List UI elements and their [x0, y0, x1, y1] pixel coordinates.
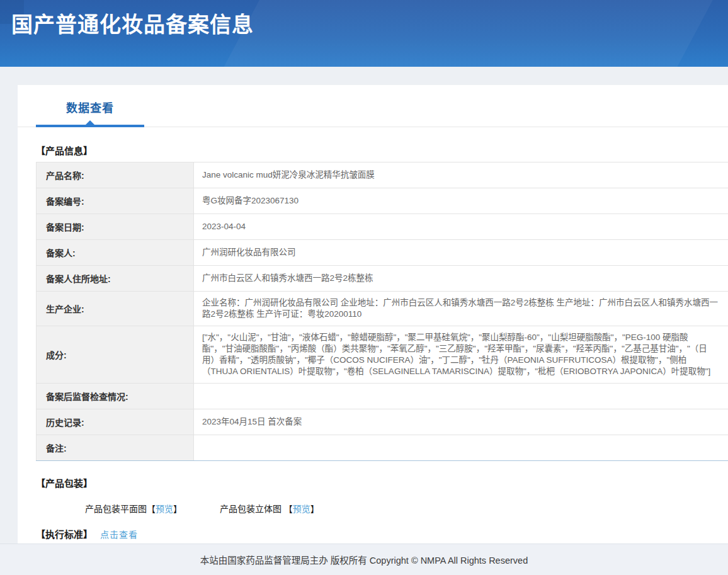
- table-row: 备案人: 广州润研化妆品有限公司: [37, 240, 728, 266]
- table-row: 备案编号: 粤G妆网备字2023067130: [37, 188, 728, 214]
- page-title: 国产普通化妆品备案信息: [11, 8, 254, 38]
- row-value-record-date: 2023-04-04: [194, 214, 728, 240]
- row-value-product-name: Jane volcanic mud妍泥冷泉冰泥精华抗皱面膜: [194, 162, 728, 188]
- row-label-history: 历史记录:: [37, 409, 194, 435]
- row-value-record-number: 粤G妆网备字2023067130: [194, 188, 728, 214]
- section-product-info-title: 【产品信息】: [36, 144, 728, 157]
- row-label-record-date: 备案日期:: [37, 214, 194, 240]
- page-header: 国产普通化妆品备案信息: [0, 0, 728, 67]
- copyright-text: 本站由国家药品监督管理局主办 版权所有 Copyright © NMPA All…: [200, 553, 528, 566]
- tab-active-underline: [36, 125, 144, 127]
- table-row: 备案人住所地址: 广州市白云区人和镇秀水塘西一路2号2栋整栋: [37, 266, 728, 292]
- row-value-supervision: [194, 384, 728, 409]
- tab-data-view-label: 数据查看: [36, 99, 144, 115]
- row-value-ingredients: ["水"，"火山泥"，"甘油"，"液体石蜡"，"鲸蜡硬脂醇"，"聚二甲基硅氧烷"…: [194, 326, 728, 384]
- table-row: 成分: ["水"，"火山泥"，"甘油"，"液体石蜡"，"鲸蜡硬脂醇"，"聚二甲基…: [37, 326, 728, 384]
- row-label-product-name: 产品名称:: [37, 162, 194, 188]
- product-info-table: 产品名称: Jane volcanic mud妍泥冷泉冰泥精华抗皱面膜 备案编号…: [36, 162, 728, 461]
- exec-standard-view-link[interactable]: 点击查看: [100, 530, 138, 540]
- row-value-registrant: 广州润研化妆品有限公司: [194, 240, 728, 266]
- row-label-registrant-address: 备案人住所地址:: [37, 266, 194, 292]
- exec-standard-title: 【执行标准】: [36, 529, 93, 540]
- table-row: 生产企业: 企业名称：广州润研化妆品有限公司 企业地址：广州市白云区人和镇秀水塘…: [37, 292, 728, 326]
- section-product-package-title: 【产品包装】: [36, 476, 728, 489]
- bracket-open: 【: [147, 504, 156, 514]
- row-value-registrant-address: 广州市白云区人和镇秀水塘西一路2号2栋整栋: [194, 266, 728, 292]
- table-row: 产品名称: Jane volcanic mud妍泥冷泉冰泥精华抗皱面膜: [37, 162, 728, 188]
- row-label-manufacturer: 生产企业:: [37, 292, 194, 326]
- row-value-manufacturer: 企业名称：广州润研化妆品有限公司 企业地址：广州市白云区人和镇秀水塘西一路2号2…: [194, 292, 728, 326]
- row-value-remarks: [194, 435, 728, 461]
- row-label-record-number: 备案编号:: [37, 188, 194, 214]
- tab-data-view[interactable]: 数据查看: [36, 98, 144, 127]
- packaging-links-row: 产品包装平面图【预览】 产品包装立体图 【预览】: [85, 502, 728, 515]
- row-label-ingredients: 成分:: [37, 326, 194, 384]
- tab-active-arrow-icon: [86, 120, 94, 125]
- table-row: 历史记录: 2023年04月15日 首次备案: [37, 409, 728, 435]
- row-label-supervision: 备案后监督检查情况:: [37, 384, 194, 409]
- packaging-stereo-label: 产品包装立体图: [220, 504, 282, 514]
- table-row: 备案后监督检查情况:: [37, 384, 728, 409]
- packaging-flat-label: 产品包装平面图: [85, 504, 147, 514]
- packaging-flat-group: 产品包装平面图【预览】: [85, 502, 182, 515]
- bracket-open: 【: [284, 504, 293, 514]
- table-row: 备案日期: 2023-04-04: [37, 214, 728, 240]
- packaging-stereo-group: 产品包装立体图 【预览】: [220, 502, 319, 515]
- row-value-history: 2023年04月15日 首次备案: [194, 409, 728, 435]
- bracket-close: 】: [173, 504, 182, 514]
- tab-bar: 数据查看: [18, 85, 728, 127]
- table-row: 备注:: [37, 435, 728, 461]
- content-card: 数据查看 【产品信息】 产品名称: Jane volcanic mud妍泥冷泉冰…: [18, 85, 728, 544]
- packaging-stereo-preview-link[interactable]: 预览: [293, 504, 310, 514]
- header-diagonal-decoration: [212, 0, 719, 67]
- packaging-flat-preview-link[interactable]: 预览: [156, 504, 173, 514]
- page-footer: 本站由国家药品监督管理局主办 版权所有 Copyright © NMPA All…: [0, 544, 728, 575]
- row-label-remarks: 备注:: [37, 435, 194, 461]
- exec-standard-row: 【执行标准】点击查看: [36, 527, 728, 540]
- bracket-close: 】: [310, 504, 319, 514]
- row-label-registrant: 备案人:: [37, 240, 194, 266]
